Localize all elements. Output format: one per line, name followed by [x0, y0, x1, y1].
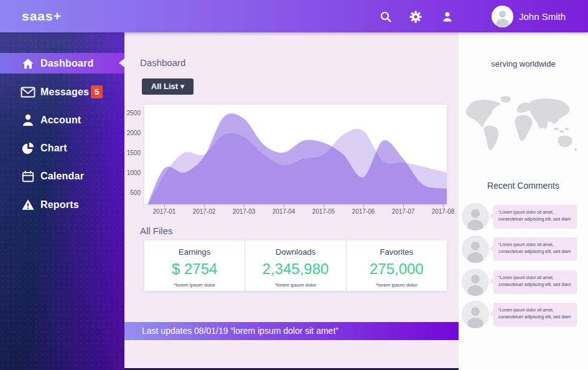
- sidebar-item-dashboard[interactable]: Dashboard: [0, 53, 124, 74]
- stat-label: Earnings: [144, 247, 245, 257]
- sidebar-item-label: Reports: [40, 199, 79, 211]
- stat-label: Favorites: [347, 247, 447, 257]
- avatar-person-icon: [492, 6, 513, 27]
- x-tick: [324, 205, 324, 207]
- world-map: [464, 93, 579, 159]
- x-axis-label: 2017-05: [310, 208, 337, 215]
- x-axis-label: 2017-08: [429, 208, 457, 215]
- area-chart: [144, 105, 447, 204]
- x-tick: [244, 205, 245, 207]
- avatar-person-icon: [462, 203, 489, 230]
- x-axis-label: 2017-04: [270, 208, 297, 215]
- alert-icon: [21, 197, 35, 212]
- stats-panel: Earnings $ 2754 *lorem ipsum dolor Downl…: [144, 240, 447, 291]
- top-bar: saas+: [0, 0, 588, 32]
- sidebar-item-reports[interactable]: Reports: [0, 194, 124, 215]
- stat-note: *lorem ipsum dolor: [245, 282, 345, 288]
- avatar-person-icon: [462, 301, 489, 328]
- x-tick: [443, 205, 444, 207]
- stat-downloads: Downloads 2,345,980 *lorem ipsum dolor: [245, 240, 345, 291]
- user-name[interactable]: John Smith: [519, 11, 566, 22]
- stat-note: *lorem ipsum dolor: [144, 282, 245, 288]
- sidebar-item-chart[interactable]: Chart: [0, 138, 124, 158]
- all-files-title: All Files: [140, 225, 173, 236]
- x-axis-label: 2017-07: [390, 208, 417, 215]
- calendar-icon: [21, 169, 35, 184]
- user-avatar[interactable]: [492, 6, 513, 27]
- all-list-dropdown[interactable]: All List ▾: [142, 78, 194, 95]
- home-icon: [21, 56, 35, 71]
- stat-value: 275,000: [347, 260, 447, 278]
- comment-bubble: “Lorem ipsum dolor sit amet, consectetue…: [493, 237, 577, 261]
- mail-icon: [21, 85, 35, 100]
- recent-comments-title: Recent Comments: [459, 181, 588, 191]
- x-axis-label: 2017-03: [230, 208, 258, 215]
- x-axis-label: 2017-02: [190, 208, 218, 215]
- world-map-image: [464, 93, 579, 157]
- messages-count-badge: 5: [91, 85, 103, 98]
- sidebar-item-label: Dashboard: [40, 58, 93, 69]
- pie-chart-icon: [21, 141, 35, 156]
- comment-avatar: [462, 268, 489, 296]
- avatar-person-icon: [462, 235, 489, 263]
- page-title: Dashboard: [140, 57, 185, 68]
- search-icon: [380, 11, 392, 23]
- app-window: saas+: [0, 0, 588, 370]
- sidebar-item-account[interactable]: Account: [0, 110, 124, 130]
- stat-label: Downloads: [245, 247, 345, 257]
- x-axis-label: 2017-06: [350, 208, 377, 215]
- sidebar-item-calendar[interactable]: Calendar: [0, 166, 124, 186]
- active-item-notch: [119, 59, 124, 67]
- stat-value: $ 2754: [144, 260, 245, 278]
- search-button[interactable]: [380, 11, 392, 23]
- comment-avatar: [462, 203, 489, 230]
- stat-value: 2,345,980: [245, 260, 345, 278]
- sidebar-item-label: Messages: [40, 87, 89, 98]
- avatar-person-icon: [462, 268, 489, 296]
- comment-bubble: “Lorem ipsum dolor sit amet, consectetue…: [493, 205, 577, 229]
- x-tick: [363, 205, 364, 207]
- sidebar-item-label: Chart: [40, 143, 67, 154]
- sidebar-nav: Dashboard Messages 5 Account Chart: [0, 32, 124, 370]
- x-tick: [164, 205, 165, 207]
- comment-avatar: [462, 301, 489, 328]
- sidebar-item-label: Calendar: [40, 171, 84, 182]
- stat-favorites: Favorites 275,000 *lorem ipsum dolor: [346, 240, 447, 291]
- comment-bubble: “Lorem ipsum dolor sit amet, consectetue…: [493, 270, 577, 294]
- comment-bubble: “Lorem ipsum dolor sit amet, consectetue…: [493, 303, 577, 326]
- sidebar-item-label: Account: [40, 115, 81, 126]
- map-title: serving worldwide: [459, 59, 588, 69]
- x-tick: [403, 205, 404, 207]
- user-icon: [441, 11, 454, 23]
- sidebar-item-messages[interactable]: Messages 5: [0, 82, 124, 102]
- x-tick: [204, 205, 205, 207]
- profile-button[interactable]: [441, 11, 454, 23]
- user-icon: [21, 113, 35, 128]
- settings-button[interactable]: [409, 11, 422, 23]
- gear-icon: [409, 11, 422, 23]
- app-logo: saas+: [22, 9, 62, 24]
- x-axis-label: 2017-01: [151, 208, 178, 215]
- stat-note: *lorem ipsum dolor: [347, 282, 447, 288]
- comment-avatar: [462, 235, 489, 263]
- stat-earnings: Earnings $ 2754 *lorem ipsum dolor: [144, 240, 245, 291]
- x-tick: [284, 205, 284, 207]
- last-updates-bar: Last updates 08/01/19 “lorem ipsum dolor…: [124, 322, 459, 340]
- area-chart-panel: [144, 105, 447, 204]
